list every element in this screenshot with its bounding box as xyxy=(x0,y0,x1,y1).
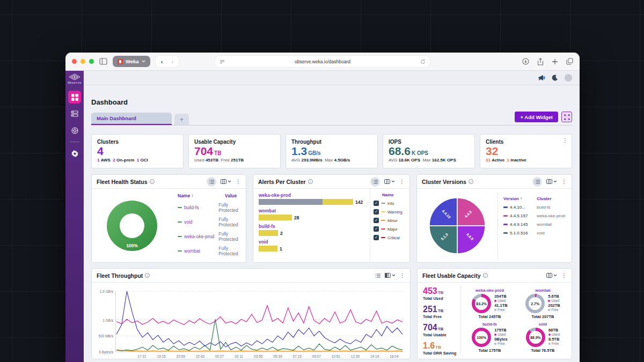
checkbox-checked-icon[interactable]: ✓ xyxy=(374,218,379,223)
health-donut-chart: 100% xyxy=(92,189,172,262)
add-widget-button[interactable]: + Add Widget xyxy=(515,112,558,122)
column-header-name[interactable]: Name↑ xyxy=(178,193,225,198)
widget-title: Cluster Versions xyxy=(422,179,466,185)
new-tab-icon[interactable] xyxy=(552,58,558,65)
legend-toggle-icon[interactable] xyxy=(375,274,380,278)
stat-card-title: Usable Capacity xyxy=(194,139,275,145)
announcements-icon[interactable] xyxy=(538,75,545,81)
bar-segment-info xyxy=(259,199,323,205)
cluster-name[interactable]: wombat xyxy=(518,288,567,293)
columns-icon[interactable] xyxy=(221,179,231,184)
table-row: 4.4.5.157weka-oke-prod xyxy=(503,213,567,218)
health-value: Fully Protected xyxy=(218,202,244,213)
stat-card-subtext: AVG 293.9MB/s Max 4.5GB/s xyxy=(291,158,372,162)
kebab-menu-icon[interactable]: ⋮ xyxy=(561,273,567,278)
x-axis-label: 03:55 xyxy=(254,354,262,358)
back-button[interactable]: ‹ xyxy=(161,58,163,65)
series-marker xyxy=(503,215,508,217)
versions-table: Version↑Cluster4.4.10...build-fs4.4.5.15… xyxy=(497,192,572,259)
url-bar[interactable]: observe.weka.io/dashboard xyxy=(215,56,430,67)
cluster-name[interactable]: void xyxy=(184,219,218,225)
x-axis-label: 00:27 xyxy=(215,354,224,358)
column-header-version[interactable]: Version↑ xyxy=(503,196,537,201)
columns-icon[interactable] xyxy=(546,273,557,278)
stat-card: Clients3231 Active 1 Inactive⋮ xyxy=(480,134,572,168)
user-avatar[interactable] xyxy=(565,74,572,82)
kebab-menu-icon[interactable]: ⋮ xyxy=(400,273,405,278)
legend-toggle-icon[interactable] xyxy=(370,177,380,187)
dark-mode-moon-icon[interactable] xyxy=(552,75,558,81)
sidebar-item-dashboard[interactable] xyxy=(68,91,81,104)
columns-icon[interactable] xyxy=(384,179,395,184)
info-icon[interactable]: i xyxy=(469,179,473,184)
kebab-menu-icon[interactable]: ⋮ xyxy=(562,138,568,143)
widget-fleet-throughput: Fleet Throughput i ⋮ xyxy=(91,268,411,359)
cluster-name[interactable]: build-fs xyxy=(184,205,218,210)
reader-mode-icon[interactable] xyxy=(219,59,225,64)
sidebar-item-clusters[interactable] xyxy=(68,107,81,120)
versions-pie-chart: 4.4.104.4.54.4.95.1.0 xyxy=(417,189,497,262)
reload-icon[interactable] xyxy=(420,59,426,64)
add-tab-button[interactable]: + xyxy=(174,114,189,125)
checkbox-checked-icon[interactable]: ✓ xyxy=(374,235,379,240)
chevron-down-icon xyxy=(553,274,557,277)
observe-logo: Observe xyxy=(68,73,82,84)
stat-card-value: 68.6K OPS xyxy=(389,145,469,157)
tab-main-dashboard[interactable]: Main Dashboard xyxy=(91,113,172,125)
forward-button[interactable]: › xyxy=(171,58,173,65)
app-header xyxy=(84,71,580,85)
minimize-window-button[interactable] xyxy=(80,59,85,64)
zoom-window-button[interactable] xyxy=(89,59,94,64)
cluster-name[interactable]: wombat xyxy=(259,208,364,213)
cluster-name[interactable]: build-fs xyxy=(259,224,364,229)
stat-card: Throughput1.3GB/sAVG 293.9MB/s Max 4.5GB… xyxy=(286,134,378,168)
checkbox-checked-icon[interactable]: ✓ xyxy=(374,201,379,206)
expand-icon xyxy=(564,114,570,120)
legend-item: ✓Major xyxy=(374,226,406,232)
browser-tab[interactable]: Weka xyxy=(113,56,150,67)
column-header-cluster[interactable]: Cluster xyxy=(537,196,552,201)
gauge-percent-label: 83.2% xyxy=(472,294,491,313)
kebab-menu-icon[interactable]: ⋮ xyxy=(399,179,405,184)
tab-overview-icon[interactable] xyxy=(566,58,573,65)
cluster-name[interactable]: wombat xyxy=(184,248,218,254)
info-icon[interactable]: i xyxy=(145,273,150,278)
kebab-menu-icon[interactable]: ⋮ xyxy=(561,179,567,184)
series-marker xyxy=(381,237,385,239)
legend-toggle-icon[interactable] xyxy=(532,177,542,187)
app-sidebar: Observe xyxy=(65,71,84,362)
sidebar-item-settings[interactable] xyxy=(68,147,81,160)
checkbox-checked-icon[interactable]: ✓ xyxy=(374,209,379,215)
checkbox-checked-icon[interactable]: ✓ xyxy=(374,226,379,232)
sidebar-toggle-icon[interactable] xyxy=(99,58,107,65)
info-icon[interactable]: i xyxy=(150,179,155,184)
dashboard-content: Dashboard Main Dashboard + + Add Widget xyxy=(84,85,580,362)
close-window-button[interactable] xyxy=(72,59,77,64)
cluster-name[interactable]: void xyxy=(259,239,364,245)
cluster-name[interactable]: build-fs xyxy=(465,322,514,327)
cluster-name[interactable]: weka-oke-prod xyxy=(465,288,514,293)
rearrange-widgets-button[interactable] xyxy=(561,112,572,122)
info-icon[interactable]: i xyxy=(483,273,488,278)
column-header-value[interactable]: Value xyxy=(225,193,237,198)
cluster-name[interactable]: weka-oke-prod xyxy=(259,193,364,198)
x-axis-label: 14:19 xyxy=(370,354,379,358)
columns-icon[interactable] xyxy=(385,273,396,278)
stat-card: Usable Capacity704TBUsed 453TB Free 251T… xyxy=(188,134,281,168)
legend-item: ✓Info xyxy=(374,201,406,206)
gauge-total-label: Total 245TB xyxy=(465,314,514,319)
cluster-name[interactable]: void xyxy=(518,322,567,327)
stat-card: IOPS68.6K OPSAVG 18.6K OPS Max 162.5K OP… xyxy=(383,134,475,168)
window-controls[interactable] xyxy=(72,59,94,64)
legend-toggle-icon[interactable] xyxy=(207,177,216,187)
columns-icon[interactable] xyxy=(546,179,557,184)
cluster-name[interactable]: weka-oke-prod xyxy=(184,234,218,239)
sidebar-item-support[interactable] xyxy=(68,124,81,137)
info-icon[interactable]: i xyxy=(308,179,313,184)
capacity-total: 704TBTotal Usable xyxy=(423,323,460,337)
downloads-icon[interactable] xyxy=(522,58,529,65)
capacity-total-label: Total Used xyxy=(423,296,460,301)
kebab-menu-icon[interactable]: ⋮ xyxy=(236,179,241,184)
share-icon[interactable] xyxy=(537,58,544,65)
series-marker xyxy=(503,232,508,234)
